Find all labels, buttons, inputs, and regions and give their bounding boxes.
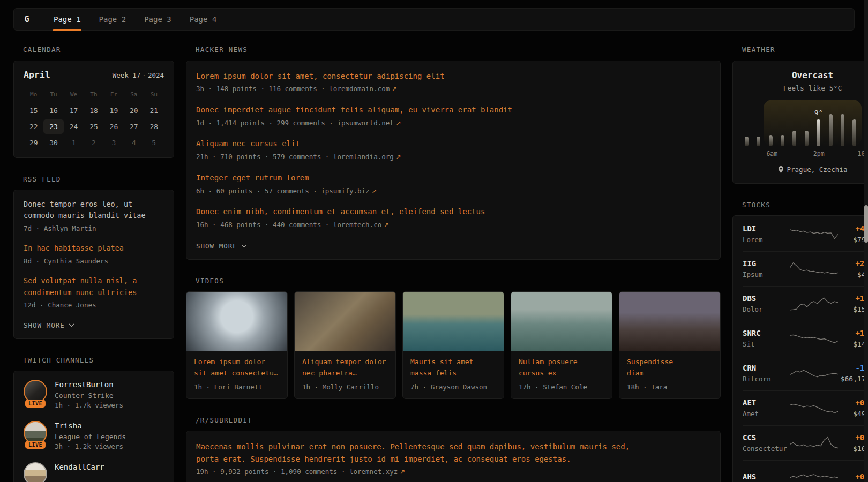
news-item-info: 6h · 60 points · 57 comments · ipsumify.…	[196, 187, 370, 195]
video-meta: 1h · Molly Carrillo	[302, 383, 388, 391]
video-card-body: Nullam posuere cursus ex 17h · Stefan Co…	[511, 351, 612, 398]
avatar: LIVE	[24, 421, 47, 445]
hacker-news-section-title: HACKER NEWS	[196, 47, 721, 54]
location-pin-icon	[778, 166, 784, 173]
stock-name: Sit	[743, 340, 790, 348]
rss-item-title[interactable]: Donec tempor eros leo, ut commodo mauris…	[24, 199, 164, 222]
rss-widget: Donec tempor eros leo, ut commodo mauris…	[13, 190, 174, 339]
stock-symbol[interactable]: LDI	[743, 224, 790, 234]
video-title[interactable]: Lorem ipsum dolor sit amet consectetu…	[194, 357, 280, 379]
hacker-news-show-more-button[interactable]: SHOW MORE	[196, 242, 247, 250]
external-link-icon[interactable]: ↗	[394, 153, 401, 161]
news-item-title[interactable]: Aliquam nec cursus elit	[196, 138, 646, 150]
right-column: WEATHER Overcast Feels like 5°C 9°	[732, 47, 868, 482]
calendar-day: 28	[144, 119, 164, 134]
news-item-title[interactable]: Donec enim nibh, condimentum et accumsan…	[196, 206, 646, 218]
video-thumbnail[interactable]	[619, 292, 720, 351]
rss-item-title[interactable]: In hac habitasse platea	[24, 243, 164, 254]
tab-page-3[interactable]: Page 3	[135, 9, 181, 30]
video-card[interactable]: Suspendisse diam 18h · Tara	[619, 291, 721, 399]
stock-symbol[interactable]: CCS	[743, 433, 790, 442]
external-link-icon[interactable]: ↗	[370, 187, 377, 195]
stock-row[interactable]: IIG Ipsum +2.84% $42.04	[743, 251, 868, 286]
tab-page-4[interactable]: Page 4	[181, 9, 226, 30]
rss-section: RSS FEED Donec tempor eros leo, ut commo…	[13, 176, 174, 339]
video-title[interactable]: Suspendisse diam	[627, 357, 689, 379]
twitch-section-title: TWITCH CHANNELS	[23, 357, 174, 364]
stock-symbol[interactable]: SNRC	[743, 329, 790, 338]
channel-info: ForrestBurton Counter-Strike 1h · 1.7k v…	[55, 380, 123, 409]
external-link-icon[interactable]: ↗	[398, 468, 405, 476]
news-item-title[interactable]: Integer eget rutrum lorem	[196, 172, 646, 184]
news-item-title[interactable]: Lorem ipsum dolor sit amet, consectetur …	[196, 71, 646, 82]
news-item-meta: 6h · 60 points · 57 comments · ipsumify.…	[196, 186, 710, 197]
channel-viewers: 1h · 1.7k viewers	[55, 401, 123, 409]
dot-separator: ·	[140, 71, 148, 79]
weekday-label: Th	[84, 87, 103, 102]
stock-symbol[interactable]: AHS	[743, 472, 790, 481]
stock-row[interactable]: LDI Lorem +4.35% $795.18	[743, 217, 868, 251]
calendar-header: April Week 17·2024	[24, 70, 164, 80]
channel-name[interactable]: Trisha	[55, 421, 126, 431]
rss-item: Donec tempor eros leo, ut commodo mauris…	[24, 199, 164, 234]
twitch-channel[interactable]: LIVE ForrestBurton Counter-Strike 1h · 1…	[24, 380, 164, 409]
twitch-section: TWITCH CHANNELS LIVE ForrestBurton Count…	[13, 357, 174, 482]
video-title[interactable]: Aliquam tempor dolor nec pharetra…	[302, 357, 388, 379]
external-link-icon[interactable]: ↗	[381, 221, 389, 229]
hacker-news-widget: Lorem ipsum dolor sit amet, consectetur …	[186, 61, 721, 260]
temp-bar	[829, 114, 833, 146]
calendar-week-year: Week 17·2024	[113, 71, 164, 79]
stock-row[interactable]: CRN Bitcorn -1.00% $66,171.48	[743, 356, 868, 390]
rss-section-title: RSS FEED	[23, 176, 174, 183]
calendar-day: 30	[43, 135, 63, 150]
video-card[interactable]: Mauris sit amet massa felis 7h · Grayson…	[402, 291, 504, 399]
channel-viewers: 3h · 1.2k viewers	[55, 442, 126, 450]
video-thumbnail[interactable]	[186, 292, 287, 351]
calendar-day: 29	[24, 135, 43, 150]
video-thumbnail[interactable]	[403, 292, 504, 351]
stock-sparkline	[790, 295, 838, 313]
stock-sparkline	[790, 434, 838, 452]
scrollbar-thumb[interactable]	[864, 205, 868, 243]
stock-symbol[interactable]: CRN	[743, 364, 790, 373]
weather-widget: Overcast Feels like 5°C 9°	[732, 61, 868, 184]
twitch-channel[interactable]: KendallCarr	[24, 462, 164, 482]
video-title[interactable]: Nullam posuere cursus ex	[519, 357, 604, 379]
stock-row[interactable]: DBS Dolor +1.42% $156.28	[743, 286, 868, 321]
calendar-day: 16	[43, 103, 63, 118]
temperature-bars: 9°	[745, 114, 868, 146]
stock-symbol[interactable]: DBS	[743, 294, 790, 303]
external-link-icon[interactable]: ↗	[390, 85, 397, 93]
stock-symbol[interactable]: AET	[743, 398, 790, 408]
video-thumbnail[interactable]	[511, 292, 612, 351]
calendar-day: 24	[64, 119, 84, 134]
external-link-icon[interactable]: ↗	[394, 119, 401, 127]
stock-id: CCS Consectetur	[743, 433, 790, 453]
video-card[interactable]: Lorem ipsum dolor sit amet consectetu… 1…	[186, 291, 288, 399]
reddit-post-title[interactable]: Maecenas mollis pulvinar erat non posuer…	[196, 441, 646, 465]
tab-page-2[interactable]: Page 2	[90, 9, 136, 30]
channel-name[interactable]: KendallCarr	[55, 462, 104, 472]
stock-id: LDI Lorem	[743, 224, 790, 244]
rss-item-title[interactable]: Sed volutpat nulla nisl, a condimentum n…	[24, 275, 164, 298]
channel-avatar-image	[24, 462, 47, 482]
stock-row[interactable]: AET Amet +0.92% $499.72	[743, 390, 868, 425]
rss-show-more-button[interactable]: SHOW MORE	[24, 321, 74, 329]
video-thumbnail[interactable]	[295, 292, 395, 351]
stock-row[interactable]: AHS +0.46%	[743, 460, 868, 482]
channel-name[interactable]: ForrestBurton	[55, 380, 123, 390]
tab-page-1[interactable]: Page 1	[44, 9, 90, 30]
twitch-channel[interactable]: LIVE Trisha League of Legends 3h · 1.2k …	[24, 421, 164, 450]
video-card[interactable]: Aliquam tempor dolor nec pharetra… 1h · …	[294, 291, 396, 399]
video-card[interactable]: Nullam posuere cursus ex 17h · Stefan Co…	[511, 291, 612, 399]
temp-bar	[805, 131, 809, 146]
news-item-title[interactable]: Donec imperdiet augue tincidunt felis al…	[196, 104, 646, 116]
calendar-day-next-month: 3	[104, 135, 124, 150]
stock-row[interactable]: SNRC Sit +1.36% $148.64	[743, 321, 868, 356]
app-logo[interactable]: G	[14, 9, 40, 30]
stock-symbol[interactable]: IIG	[743, 259, 790, 268]
news-item: Integer eget rutrum lorem 6h · 60 points…	[196, 172, 710, 196]
video-title[interactable]: Mauris sit amet massa felis	[410, 357, 496, 379]
weekday-label: Sa	[124, 87, 144, 102]
stock-row[interactable]: CCS Consectetur +0.51% $165.84	[743, 425, 868, 460]
